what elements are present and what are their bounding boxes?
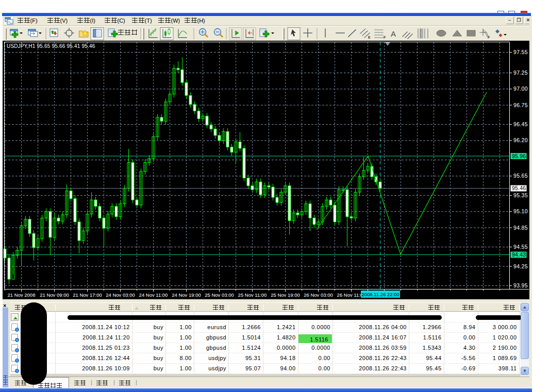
svg-text:21 Nov 09:00: 21 Nov 09:00 [40, 292, 69, 298]
svg-text:94.85: 94.85 [513, 225, 528, 231]
svg-text:94.25: 94.25 [513, 263, 528, 269]
svg-text:25 Nov 19:00: 25 Nov 19:00 [271, 292, 300, 298]
svg-text:25 Nov 03:00: 25 Nov 03:00 [205, 292, 234, 298]
svg-text:94.55: 94.55 [513, 244, 528, 250]
svg-text:24 Nov 11:00: 24 Nov 11:00 [139, 292, 168, 298]
svg-text:97.25: 97.25 [513, 70, 528, 76]
svg-text:96.75: 96.75 [513, 102, 528, 108]
svg-text:95.96: 95.96 [512, 153, 526, 159]
svg-text:24 Nov 19:00: 24 Nov 19:00 [172, 292, 201, 298]
svg-text:95.46: 95.46 [512, 185, 526, 191]
svg-text:95.35: 95.35 [513, 192, 528, 198]
svg-text:F: F [384, 36, 386, 39]
svg-text:93.95: 93.95 [513, 282, 528, 288]
svg-text:21 Nov 17:00: 21 Nov 17:00 [73, 292, 102, 298]
svg-text:96.20: 96.20 [513, 137, 528, 143]
svg-text:21 Nov 2008: 21 Nov 2008 [8, 292, 36, 298]
svg-text:24 Nov 03:00: 24 Nov 03:00 [106, 292, 135, 298]
svg-text:95.65: 95.65 [513, 173, 528, 179]
svg-text:97.55: 97.55 [513, 49, 528, 55]
svg-text:96.45: 96.45 [513, 121, 528, 127]
svg-text:94.43: 94.43 [512, 251, 526, 258]
svg-text:E: E [368, 36, 371, 39]
svg-text:95.10: 95.10 [513, 208, 528, 214]
svg-text:F: F [488, 36, 490, 39]
svg-text:A: A [391, 29, 396, 38]
svg-text:26 Nov 03:00: 26 Nov 03:00 [304, 292, 333, 298]
svg-text:2008.11.26 22:00: 2008.11.26 22:00 [361, 292, 399, 297]
svg-text:25 Nov 11:00: 25 Nov 11:00 [238, 292, 267, 298]
svg-text:97.00: 97.00 [513, 86, 528, 92]
svg-text:USDJPY,H1 95.65 95.66 95.41 9: USDJPY,H1 95.65 95.66 95.41 95.46 [7, 43, 95, 49]
